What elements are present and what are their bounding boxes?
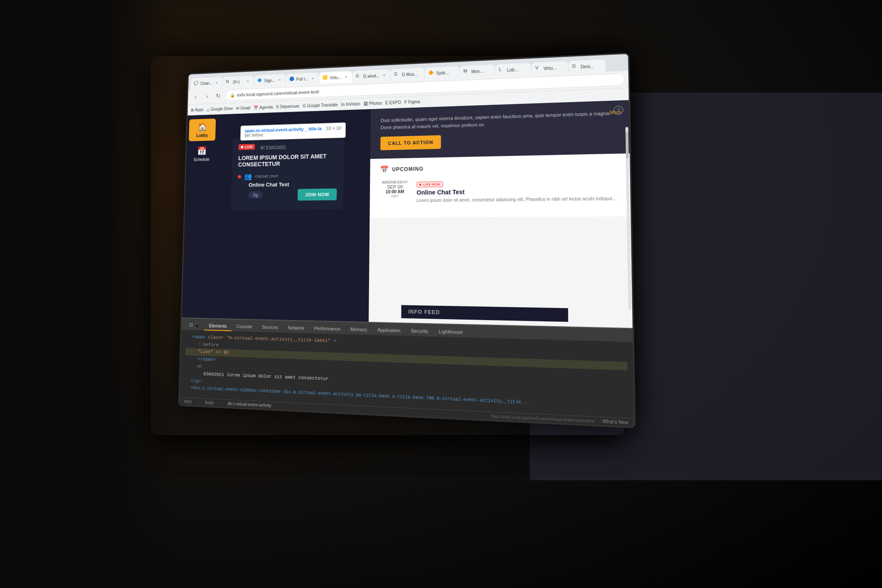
chevron-right-icon: › [198,400,199,404]
scroll-thumb [625,131,629,159]
gdrive-icon: △ [206,107,209,112]
event-tz: ADT [380,194,410,199]
bookmark-translate[interactable]: G Google Translate [303,103,338,108]
devtools-tab-elements[interactable]: Elements [204,321,232,331]
code-span-open: <span [186,333,205,341]
event-date-col: WEDNESDAY SEP 09 10:00 AM ADT [380,180,410,198]
bottom-div[interactable]: div.t-virtual-event-activity [227,401,271,408]
bottom-body[interactable]: body [205,400,214,405]
bookmark-expo[interactable]: E EXPO [385,100,401,105]
code-p-end: </p> [185,377,202,386]
home-icon: 🏠 [198,122,208,132]
event-info: LIVE NOW Online Chat Test Lorem ipsum do… [416,177,619,204]
tab-close-gwind[interactable]: × [381,72,387,78]
tab-close-sign[interactable]: × [277,77,283,83]
devtools-tab-network[interactable]: Network [283,323,309,333]
expo-icon: E [385,100,388,105]
event-row: WEDNESDAY SEP 09 10:00 AM ADT LIVE NOW [380,177,619,211]
sidebar-item-schedule[interactable]: 📅 Schedule [188,143,215,165]
bookmark-agenda[interactable]: 📅 Agenda [254,105,273,110]
bookmark-gdrive[interactable]: △ Google Drive [206,106,233,112]
tab-favicon-virtual: 🟨 [323,75,328,81]
security-tab-label: Security [411,328,428,334]
bookmark-gmail[interactable]: ✉ Gmail [236,106,251,110]
tab-label-chan: Chan... [200,81,213,85]
bookmark-apps-label: Apps [195,107,203,112]
tab-sign[interactable]: 🔷 Sign... × [254,74,286,87]
online-dot [238,175,241,178]
inspector-size: 10 × 10 [326,125,341,131]
activity-title: LOREM IPSUM DOLOR SIT AMET CONSECTETUR [238,152,337,168]
back-button[interactable]: ‹ [191,92,200,102]
bookmark-apps[interactable]: ⊞ Apps [191,107,204,112]
live-now-label: LIVE NOW [423,182,440,187]
chevron-right-2-icon: › [220,401,221,405]
devtools-tab-security[interactable]: Security [406,326,434,336]
devtools-tab-console[interactable]: Console [232,322,258,332]
bookmark-agenda-label: Agenda [259,105,273,109]
tab-label-virtu2: Virtu... [543,65,556,71]
cta-button[interactable]: CALL TO ACTION [380,135,441,150]
whats-new-label[interactable]: What's New [602,419,628,425]
tab-label-sydc: Sydc... [436,70,450,75]
inspector-tooltip: span.m-virtual-event-activity__title-la … [240,122,346,140]
tab-sydc[interactable]: 🔶 Sydc... [425,66,460,79]
bookmark-depanneur-label: Dépannuer [280,104,300,109]
tab-gmus[interactable]: G G Mus... [391,68,425,81]
lighthouse-tab-label: Lighthouse [439,329,463,335]
laptop-bezel [0,0,172,588]
tab-close-virtual[interactable]: × [343,74,349,80]
tab-gwind[interactable]: G G wind... × [352,69,390,83]
duration-badge: 5g [248,191,263,199]
code-class-attr: class= [208,334,224,342]
tab-favicon-mon: M [463,68,469,75]
tab-mon[interactable]: M Mon... [460,65,495,78]
devtools-tab-sources[interactable]: Sources [257,323,283,333]
tab-lob[interactable]: L Lob... [495,63,531,77]
devtools-tab-memory[interactable]: Memory [345,325,373,335]
reload-button[interactable]: ↻ [214,91,223,101]
bookmark-photos-label: Photos [369,101,382,106]
tab-close-pull[interactable]: × [310,75,316,81]
devtools-tab-application[interactable]: Application [372,325,406,336]
tab-favicon-desi: D [572,64,579,70]
laptop-screen: 💬 Chan... × N (9+) × 🔷 Sign... × 🔵 Pull … [178,53,636,428]
tab-close-chan[interactable]: × [214,80,220,85]
tab-desi[interactable]: D Desi... [568,59,606,73]
tab-favicon-notion: N [226,79,232,85]
tab-chan[interactable]: 💬 Chan... × [191,77,223,90]
browser-content: 🏠 Lobby 📅 Schedule span.m-virtual-event-… [180,100,634,427]
forward-button[interactable]: › [202,91,212,101]
bookmark-photos[interactable]: 🖼 Photos [363,101,382,106]
tab-virtu2[interactable]: V Virtu... [531,61,568,75]
network-tab-label: Network [288,325,304,331]
sidebar-item-lobby[interactable]: 🏠 Lobby [189,118,216,141]
address-text: exfo.local.sigmund.ca/en/virtual-event-t… [237,89,319,97]
live-label: LIVE [245,145,252,149]
tab-notion[interactable]: N (9+) × [223,75,254,88]
figma-icon: F [404,100,407,105]
devtools-tab-lighthouse[interactable]: Lighthouse [434,327,468,338]
lock-icon: 🔒 [230,93,235,98]
tab-close-notion[interactable]: × [245,78,251,84]
bookmark-depanneur[interactable]: S Dépannuer [276,104,300,109]
bottom-html[interactable]: html [184,399,191,404]
tab-label-sign: Sign... [264,78,275,83]
application-tab-label: Application [377,327,401,333]
devtools-tab-select[interactable]: ⊡ 📱 [185,320,205,330]
join-now-button[interactable]: JOIN NOW [298,189,337,201]
bookmark-figma-label: Figma [408,100,420,105]
tab-pull[interactable]: 🔵 Pull r... × [286,72,319,85]
event-date: SEP 09 [380,184,410,190]
apps-icon: ⊞ [191,108,194,112]
bookmark-gmail-label: Gmail [240,106,251,110]
invision-icon: In [341,102,345,107]
devtools-tab-performance[interactable]: Performance [309,324,345,334]
scroll-indicator[interactable] [625,127,631,309]
bookmark-invision[interactable]: In InVision [341,102,360,107]
bookmark-figma[interactable]: F Figma [404,100,420,105]
tab-virtual[interactable]: 🟨 Virtu... × [319,71,352,84]
event-time: 10:00 AM [380,189,410,194]
code-at: at [185,363,203,371]
sidebar-lobby-label: Lobby [196,133,208,138]
